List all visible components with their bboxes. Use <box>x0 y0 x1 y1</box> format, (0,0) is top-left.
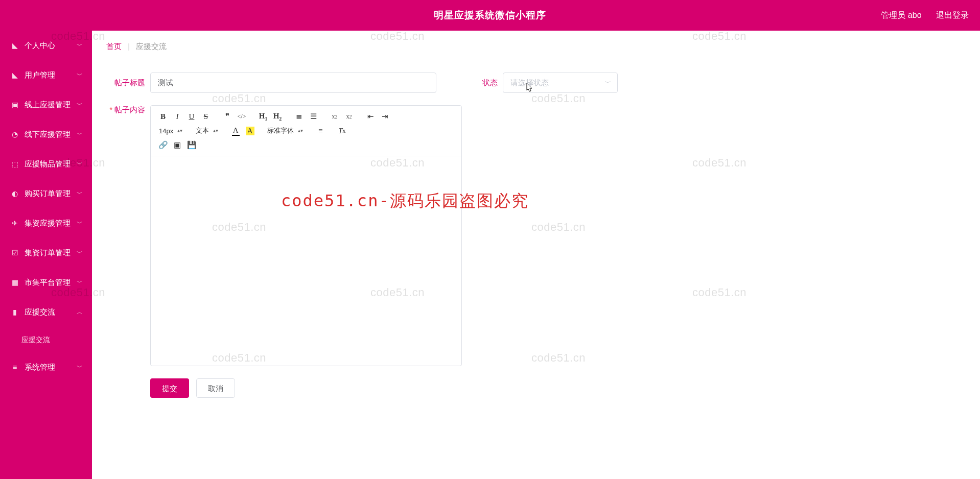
menu-icon: ≡ <box>10 352 19 382</box>
underline-icon[interactable]: U <box>184 110 199 123</box>
sidebar-subitem-forum[interactable]: 应援交流 <box>0 327 92 352</box>
title-label: 帖子标题 <box>104 78 145 88</box>
image-icon[interactable]: ▣ <box>170 138 184 152</box>
chevron-down-icon: ﹀ <box>77 90 83 119</box>
app-header: 明星应援系统微信小程序 管理员 abo 退出登录 <box>0 0 980 31</box>
ul-icon[interactable]: ☰ <box>306 110 320 123</box>
editor-toolbar: B I U S ❞ </> H1 H2 ≣ ☰ x2 x2 <box>151 106 461 156</box>
indent-icon[interactable]: ⇤ <box>363 110 378 123</box>
fontsize-select[interactable]: 14px▴▾ <box>156 124 185 137</box>
sidebar-item-forum[interactable]: ▮应援交流︿ <box>0 297 92 327</box>
align-icon[interactable]: ≡ <box>313 124 328 137</box>
sidebar-item-label: 系统管理 <box>25 363 55 371</box>
sidebar-item-users[interactable]: ◣用户管理﹀ <box>0 60 92 90</box>
save-icon[interactable]: 💾 <box>184 138 199 152</box>
sidebar-item-label: 用户管理 <box>25 70 55 79</box>
app-title: 明星应援系统微信小程序 <box>434 0 546 31</box>
chevron-up-icon: ︿ <box>77 297 83 327</box>
italic-icon[interactable]: I <box>170 110 184 123</box>
users-icon: ◣ <box>10 60 19 90</box>
status-select[interactable]: 请选择状态 ﹀ <box>503 73 618 93</box>
breadcrumb-current: 应援交流 <box>136 42 167 51</box>
bgcolor-icon[interactable]: A <box>243 124 257 137</box>
sidebar-item-label: 个人中心 <box>25 41 55 50</box>
sidebar-item-goods[interactable]: ⬚应援物品管理﹀ <box>0 149 92 179</box>
breadcrumb-sep: | <box>128 42 130 51</box>
sidebar-item-label: 集资订单管理 <box>25 248 71 257</box>
code-icon[interactable]: </> <box>235 110 249 123</box>
chevron-down-icon: ﹀ <box>77 268 83 297</box>
sidebar-item-label: 集资应援管理 <box>25 219 71 227</box>
title-input[interactable] <box>150 73 436 93</box>
form-row-content: *帖子内容 B I U S ❞ </> H1 H2 ≣ ☰ <box>104 105 970 366</box>
clipboard-icon: ▣ <box>10 90 19 119</box>
link-icon[interactable]: 🔗 <box>156 138 170 152</box>
sidebar-item-online-support[interactable]: ▣线上应援管理﹀ <box>0 90 92 119</box>
sidebar-item-label: 线下应援管理 <box>25 130 71 138</box>
rich-editor: B I U S ❞ </> H1 H2 ≣ ☰ x2 x2 <box>150 105 462 366</box>
breadcrumb-home[interactable]: 首页 <box>106 42 122 51</box>
sidebar-item-market[interactable]: ▦市集平台管理﹀ <box>0 268 92 297</box>
superscript-icon[interactable]: x2 <box>342 110 356 123</box>
h1-icon[interactable]: H1 <box>256 110 270 123</box>
sidebar-item-orders[interactable]: ◐购买订单管理﹀ <box>0 179 92 208</box>
current-user[interactable]: 管理员 abo <box>881 11 921 19</box>
header-right: 管理员 abo 退出登录 <box>869 0 969 31</box>
sidebar-item-label: 线上应援管理 <box>25 100 71 109</box>
chevron-down-icon: ﹀ <box>77 352 83 382</box>
form-row-title-status: 帖子标题 状态 请选择状态 ﹀ <box>104 73 970 93</box>
chevron-down-icon: ﹀ <box>605 79 611 87</box>
bars-icon: ▮ <box>10 297 19 327</box>
breadcrumb: 首页 | 应援交流 <box>104 38 970 60</box>
send-icon: ✈ <box>10 208 19 238</box>
sidebar-item-offline-support[interactable]: ◔线下应援管理﹀ <box>0 119 92 149</box>
fontfamily-select[interactable]: 标准字体▴▾ <box>264 124 306 137</box>
quote-icon[interactable]: ❞ <box>220 110 235 123</box>
subscript-icon[interactable]: x2 <box>328 110 342 123</box>
sidebar-item-label: 应援交流 <box>25 307 55 316</box>
status-label: 状态 <box>457 78 498 88</box>
sidebar-item-label: 市集平台管理 <box>25 278 71 286</box>
outdent-icon[interactable]: ⇥ <box>378 110 392 123</box>
form-actions: 提交 取消 <box>104 378 970 398</box>
chevron-down-icon: ﹀ <box>77 119 83 149</box>
clearformat-icon[interactable]: Tx <box>335 124 349 137</box>
textcolor-icon[interactable]: A <box>228 124 243 137</box>
sidebar-item-system[interactable]: ≡系统管理﹀ <box>0 352 92 382</box>
cart-icon: ◐ <box>10 179 19 208</box>
mic-icon: ⬚ <box>10 149 19 179</box>
content-label: *帖子内容 <box>104 105 145 115</box>
cancel-button[interactable]: 取消 <box>196 378 235 398</box>
sidebar-item-label: 应援物品管理 <box>25 159 71 168</box>
paragraph-select[interactable]: 文本▴▾ <box>193 124 221 137</box>
chevron-down-icon: ﹀ <box>77 208 83 238</box>
chevron-down-icon: ﹀ <box>77 179 83 208</box>
h2-icon[interactable]: H2 <box>270 110 285 123</box>
clock-icon: ◔ <box>10 119 19 149</box>
submit-button[interactable]: 提交 <box>150 378 189 398</box>
sidebar: ◣个人中心﹀ ◣用户管理﹀ ▣线上应援管理﹀ ◔线下应援管理﹀ ⬚应援物品管理﹀… <box>0 31 92 479</box>
bold-icon[interactable]: B <box>156 110 170 123</box>
status-placeholder: 请选择状态 <box>510 78 549 88</box>
sidebar-item-profile[interactable]: ◣个人中心﹀ <box>0 31 92 60</box>
grid-icon: ▦ <box>10 268 19 297</box>
ol-icon[interactable]: ≣ <box>292 110 306 123</box>
sidebar-item-funding-orders[interactable]: ☑集资订单管理﹀ <box>0 238 92 268</box>
sidebar-item-funding[interactable]: ✈集资应援管理﹀ <box>0 208 92 238</box>
main-content: 首页 | 应援交流 帖子标题 状态 请选择状态 ﹀ *帖子内容 B I U S <box>92 31 980 479</box>
chevron-down-icon: ﹀ <box>77 31 83 60</box>
chevron-down-icon: ﹀ <box>77 60 83 90</box>
strike-icon[interactable]: S <box>199 110 213 123</box>
person-icon: ◣ <box>10 31 19 60</box>
check-icon: ☑ <box>10 238 19 268</box>
logout-link[interactable]: 退出登录 <box>936 11 969 19</box>
chevron-down-icon: ﹀ <box>77 238 83 268</box>
chevron-down-icon: ﹀ <box>77 149 83 179</box>
editor-body[interactable] <box>151 156 461 366</box>
sidebar-item-label: 购买订单管理 <box>25 189 71 198</box>
